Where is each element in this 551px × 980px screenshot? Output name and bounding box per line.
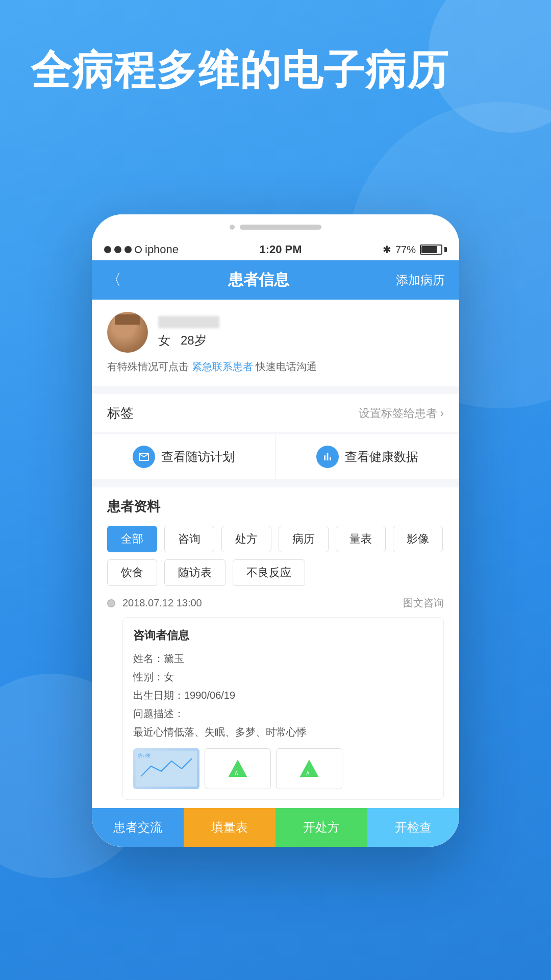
patient-name-area: 女 28岁 [158, 316, 219, 349]
record-problem-text: 最近心情低落、失眠、多梦、时常心悸 [133, 723, 433, 741]
signal-dot-4 [135, 246, 142, 253]
time-display: 1:20 PM [259, 243, 302, 256]
phone-mockup: iphone 1:20 PM ✱ 77% 〈 患者信息 添加病历 [92, 214, 459, 847]
filter-records[interactable]: 病历 [279, 526, 329, 552]
patient-chat-button[interactable]: 患者交流 [92, 808, 184, 847]
bluetooth-icon: ✱ [383, 243, 391, 256]
signal-dot-1 [104, 246, 111, 253]
avatar-hat [115, 314, 140, 325]
avatar [107, 312, 148, 353]
filter-imaging[interactable]: 影像 [393, 526, 443, 552]
health-data-label: 查看健康数据 [345, 449, 418, 465]
patient-gender: 女 [158, 333, 170, 347]
action-row: 查看随访计划 查看健康数据 [92, 434, 459, 479]
view-health-data-button[interactable]: 查看健康数据 [276, 434, 460, 479]
thumb-chart-1: 统计图 [133, 748, 199, 789]
battery-percent: 77% [395, 244, 416, 256]
status-bar: iphone 1:20 PM ✱ 77% [92, 239, 459, 260]
thumb-logo-1: A [205, 748, 271, 789]
signal-dot-2 [114, 246, 121, 253]
svg-text:统计图: 统计图 [138, 753, 151, 758]
timeline-type: 图文咨询 [403, 596, 444, 610]
patient-name-blurred [158, 316, 219, 328]
filter-scale[interactable]: 量表 [336, 526, 386, 552]
phone-dot [230, 225, 235, 230]
filter-followup[interactable]: 随访表 [164, 559, 226, 586]
timeline-date: 2018.07.12 13:00 [122, 597, 202, 609]
record-card[interactable]: 咨询者信息 姓名：黛玉 性别：女 出生日期：1990/06/19 问题描述： 最… [122, 617, 444, 800]
timeline-item: 2018.07.12 13:00 图文咨询 咨询者信息 姓名：黛玉 性别：女 出… [107, 594, 444, 800]
filter-all[interactable]: 全部 [107, 526, 157, 552]
filter-adverse[interactable]: 不良反应 [233, 559, 305, 586]
bottom-bar: 患者交流 填量表 开处方 开检查 [92, 808, 459, 847]
open-prescription-button[interactable]: 开处方 [276, 808, 367, 847]
status-bar-right: ✱ 77% [383, 243, 447, 256]
signal-dot-3 [124, 246, 132, 253]
thumb-logo-2: A [276, 748, 342, 789]
patient-notice: 有特殊情况可点击 紧急联系患者 快速电话沟通 [107, 360, 444, 374]
timeline-header: 2018.07.12 13:00 图文咨询 [122, 594, 444, 610]
record-gender: 性别：女 [133, 668, 433, 686]
battery-tip [444, 247, 447, 252]
notice-prefix: 有特殊情况可点击 [107, 361, 189, 372]
add-record-button[interactable]: 添加病历 [396, 272, 445, 288]
phone-top [92, 214, 459, 239]
record-name: 姓名：黛玉 [133, 649, 433, 668]
followup-label: 查看随访计划 [161, 449, 235, 465]
phone-notch [230, 225, 321, 230]
patient-card: 女 28岁 有特殊情况可点击 紧急联系患者 快速电话沟通 [92, 300, 459, 386]
battery-body [420, 244, 442, 255]
back-button[interactable]: 〈 [106, 270, 121, 290]
filter-prescription[interactable]: 处方 [221, 526, 271, 552]
followup-icon [133, 446, 155, 468]
app-content: 女 28岁 有特殊情况可点击 紧急联系患者 快速电话沟通 标签 设置标签给患者 … [92, 300, 459, 800]
tags-section[interactable]: 标签 设置标签给患者 › [92, 394, 459, 432]
hero-title: 全病程多维的电子病历 [31, 46, 449, 95]
battery-fill [421, 246, 437, 253]
open-exam-button[interactable]: 开检查 [367, 808, 459, 847]
nav-title: 患者信息 [228, 270, 289, 290]
notice-suffix: 快速电话沟通 [256, 361, 317, 372]
filter-tabs: 全部 咨询 处方 病历 量表 影像 饮食 随访表 不良反应 [107, 526, 444, 586]
records-section: 患者资料 全部 咨询 处方 病历 量表 影像 饮食 随访表 不良反应 2018.… [92, 487, 459, 800]
status-bar-left: iphone [104, 243, 179, 256]
filter-consult[interactable]: 咨询 [164, 526, 214, 552]
tags-label: 标签 [107, 404, 134, 422]
patient-age: 28岁 [181, 333, 207, 347]
phone-pill [240, 225, 321, 230]
fill-scale-button[interactable]: 填量表 [184, 808, 276, 847]
set-tags-button[interactable]: 设置标签给患者 › [359, 406, 444, 421]
view-followup-button[interactable]: 查看随访计划 [92, 434, 276, 479]
health-data-icon [316, 446, 339, 468]
battery-icon [420, 244, 447, 255]
emergency-contact-link[interactable]: 紧急联系患者 [192, 361, 253, 372]
patient-gender-age: 女 28岁 [158, 332, 219, 349]
filter-diet[interactable]: 饮食 [107, 559, 157, 586]
nav-bar: 〈 患者信息 添加病历 [92, 260, 459, 300]
timeline-dot [107, 599, 115, 607]
carrier-label: iphone [145, 243, 179, 256]
chevron-right-icon: › [440, 407, 444, 420]
records-title: 患者资料 [107, 498, 444, 516]
record-birthdate: 出生日期：1990/06/19 [133, 686, 433, 704]
svg-text:A: A [235, 771, 238, 776]
patient-header: 女 28岁 [107, 312, 444, 353]
record-card-title: 咨询者信息 [133, 628, 433, 643]
record-thumbnails: 统计图 A A [133, 748, 433, 789]
set-tags-text: 设置标签给患者 [359, 406, 437, 421]
svg-text:A: A [306, 771, 310, 776]
record-problem-label: 问题描述： [133, 704, 433, 723]
